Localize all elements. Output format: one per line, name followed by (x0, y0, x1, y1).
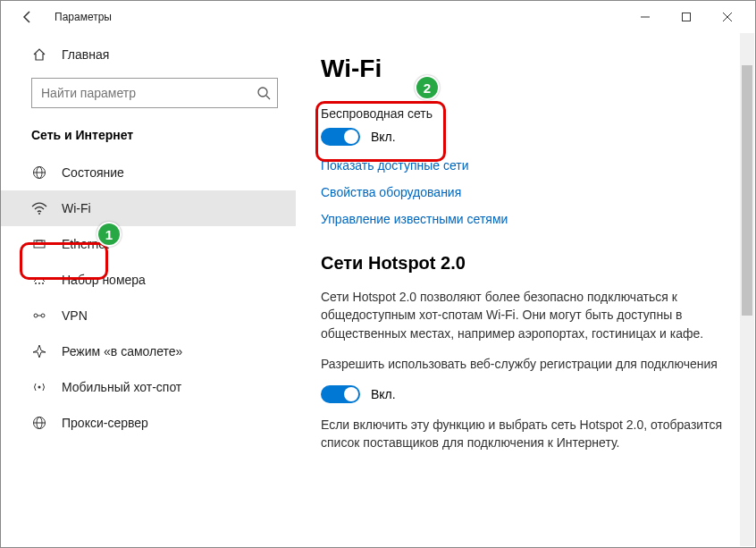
svg-line-3 (266, 96, 270, 99)
maximize-button[interactable] (666, 1, 707, 33)
link-known-networks[interactable]: Управление известными сетями (321, 212, 730, 226)
dialup-icon (31, 273, 47, 287)
close-button[interactable] (707, 1, 748, 33)
hotspot-note: Если включить эту функцию и выбрать сеть… (321, 416, 730, 452)
home-nav[interactable]: Главная (1, 40, 296, 69)
search-box[interactable] (31, 78, 278, 108)
sidebar-item-label: Прокси-сервер (62, 416, 148, 430)
sidebar-item-label: Набор номера (62, 273, 146, 287)
sidebar-item-dialup[interactable]: Набор номера (1, 262, 296, 298)
home-icon (31, 47, 47, 62)
svg-rect-9 (37, 240, 42, 244)
sidebar-item-label: Wi-Fi (62, 201, 91, 215)
wifi-icon (31, 201, 47, 215)
sidebar-item-airplane[interactable]: Режим «в самолете» (1, 333, 296, 369)
hotspot-desc: Сети Hotspot 2.0 позволяют более безопас… (321, 288, 730, 342)
search-icon (256, 78, 271, 108)
sidebar-item-label: Мобильный хот-спот (62, 380, 181, 394)
svg-rect-1 (683, 13, 691, 21)
sidebar-item-wifi[interactable]: Wi-Fi (1, 190, 296, 226)
page-title: Wi-Fi (321, 55, 730, 83)
sidebar-item-proxy[interactable]: Прокси-сервер (1, 405, 296, 441)
svg-point-10 (35, 282, 37, 284)
svg-point-14 (41, 314, 45, 317)
wifi-toggle-state: Вкл. (371, 130, 396, 144)
category-title: Сеть и Интернет (1, 121, 296, 155)
svg-point-16 (38, 386, 41, 389)
sidebar: Главная Сеть и Интернет Состояние Wi-Fi … (1, 33, 296, 547)
svg-point-2 (258, 88, 267, 97)
sidebar-item-ethernet[interactable]: Ethernet (1, 226, 296, 262)
wifi-toggle[interactable] (321, 128, 360, 146)
link-available-networks[interactable]: Показать доступные сети (321, 158, 730, 173)
link-hardware-properties[interactable]: Свойства оборудования (321, 185, 730, 199)
sidebar-item-label: Режим «в самолете» (62, 344, 182, 358)
search-input[interactable] (31, 78, 278, 108)
proxy-icon (31, 416, 47, 430)
svg-point-11 (38, 282, 40, 284)
sidebar-item-hotspot[interactable]: Мобильный хот-спот (1, 369, 296, 405)
main-content: Wi-Fi Беспроводная сеть Вкл. Показать до… (296, 33, 755, 547)
sidebar-item-status[interactable]: Состояние (1, 155, 296, 190)
hotspot-heading: Сети Hotspot 2.0 (321, 253, 730, 274)
svg-point-12 (42, 282, 44, 284)
scrollbar[interactable] (740, 33, 754, 546)
hotspot-toggle[interactable] (321, 385, 360, 403)
home-label: Главная (62, 47, 109, 62)
vpn-icon (31, 308, 47, 323)
sidebar-item-label: VPN (62, 308, 88, 323)
minimize-button[interactable] (625, 1, 666, 33)
scrollbar-thumb[interactable] (742, 65, 752, 316)
window-title: Параметры (55, 11, 112, 23)
svg-point-7 (38, 213, 40, 215)
hotspot-toggle-state: Вкл. (371, 387, 396, 401)
sidebar-item-label: Ethernet (62, 237, 109, 251)
back-button[interactable] (15, 4, 40, 30)
ethernet-icon (31, 237, 47, 251)
sidebar-item-vpn[interactable]: VPN (1, 298, 296, 333)
wireless-label: Беспроводная сеть (321, 106, 730, 121)
airplane-icon (31, 344, 47, 358)
svg-point-13 (34, 314, 38, 317)
hotspot-allow-label: Разрешить использовать веб-службу регист… (321, 355, 730, 373)
hotspot-icon (31, 380, 47, 394)
globe-icon (31, 165, 47, 180)
sidebar-item-label: Состояние (62, 165, 124, 180)
